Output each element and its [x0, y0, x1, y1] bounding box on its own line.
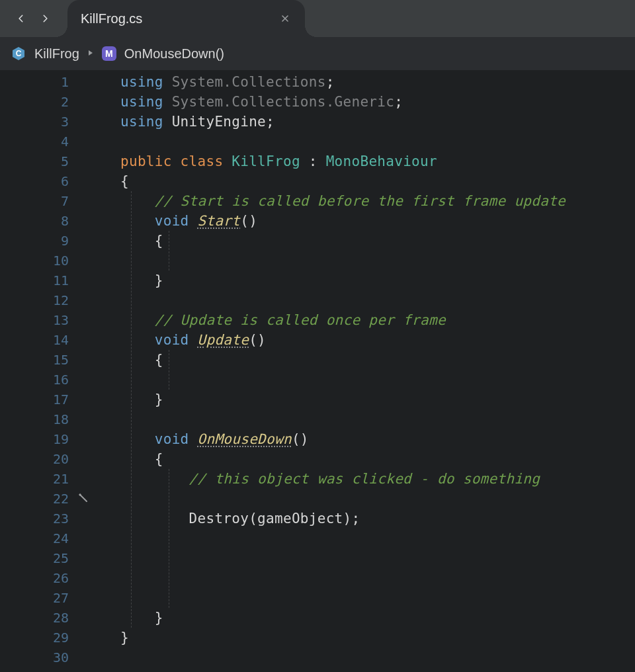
line-number: 22	[0, 489, 93, 509]
code-line[interactable]	[120, 489, 635, 509]
line-number: 12	[0, 290, 93, 310]
line-number: 5	[0, 151, 93, 171]
code-line[interactable]	[120, 568, 635, 588]
code-line[interactable]: // this object was clicked - do somethin…	[120, 469, 635, 489]
breadcrumb: C KillFrog M OnMouseDown()	[0, 37, 635, 70]
intention-bulb-icon[interactable]	[78, 489, 89, 509]
chevron-left-icon	[17, 14, 26, 23]
code-line[interactable]: {	[120, 231, 635, 251]
code-editor[interactable]: 1234567891011121314151617181920212223242…	[0, 70, 635, 672]
code-line[interactable]: void OnMouseDown()	[120, 429, 635, 449]
top-bar: KillFrog.cs	[0, 0, 635, 37]
code-line[interactable]: void Update()	[120, 330, 635, 350]
method-icon: M	[102, 46, 116, 61]
code-line[interactable]	[120, 290, 635, 310]
line-number: 29	[0, 628, 93, 648]
code-line[interactable]: // Start is called before the first fram…	[120, 191, 635, 211]
nav-forward-button[interactable]	[33, 7, 57, 30]
line-number: 21	[0, 469, 93, 489]
code-line[interactable]: }	[120, 628, 635, 648]
line-number: 20	[0, 449, 93, 469]
tab-close-button[interactable]	[281, 13, 289, 25]
line-number: 19	[0, 429, 93, 449]
chevron-right-icon	[40, 14, 50, 23]
line-number: 18	[0, 409, 93, 429]
code-line[interactable]: {	[120, 171, 635, 191]
gutter: 1234567891011121314151617181920212223242…	[0, 70, 93, 672]
code-line[interactable]	[120, 528, 635, 548]
breadcrumb-method[interactable]: OnMouseDown()	[124, 46, 224, 62]
breadcrumb-separator-icon	[87, 49, 94, 58]
code-line[interactable]: public class KillFrog : MonoBehaviour	[120, 151, 635, 171]
line-number: 23	[0, 509, 93, 528]
line-number: 2	[0, 92, 93, 112]
code-line[interactable]	[120, 370, 635, 390]
line-number: 15	[0, 350, 93, 370]
line-number: 4	[0, 132, 93, 151]
line-number: 30	[0, 648, 93, 667]
class-icon: C	[11, 46, 26, 62]
code-line[interactable]	[120, 251, 635, 271]
svg-text:C: C	[16, 49, 22, 58]
code-line[interactable]: {	[120, 449, 635, 469]
nav-back-button[interactable]	[9, 7, 33, 30]
line-number: 9	[0, 231, 93, 251]
breadcrumb-class[interactable]: KillFrog	[34, 46, 79, 62]
code-area[interactable]: using System.Collections;using System.Co…	[93, 70, 635, 672]
line-number: 25	[0, 548, 93, 568]
line-number: 6	[0, 171, 93, 191]
code-line[interactable]: }	[120, 390, 635, 409]
code-line[interactable]: Destroy(gameObject);	[120, 509, 635, 528]
line-number: 3	[0, 112, 93, 132]
line-number: 13	[0, 310, 93, 330]
line-number: 27	[0, 588, 93, 608]
code-line[interactable]: }	[120, 271, 635, 290]
line-number: 26	[0, 568, 93, 588]
code-line[interactable]: using System.Collections;	[120, 72, 635, 92]
line-number: 16	[0, 370, 93, 390]
line-number: 14	[0, 330, 93, 350]
code-line[interactable]: using System.Collections.Generic;	[120, 92, 635, 112]
code-line[interactable]	[120, 409, 635, 429]
line-number: 24	[0, 528, 93, 548]
close-icon	[281, 15, 289, 22]
line-number: 8	[0, 211, 93, 231]
line-number: 17	[0, 390, 93, 409]
line-number: 7	[0, 191, 93, 211]
line-number: 11	[0, 271, 93, 290]
code-line[interactable]: using UnityEngine;	[120, 112, 635, 132]
code-line[interactable]: }	[120, 608, 635, 628]
line-number: 28	[0, 608, 93, 628]
code-line[interactable]	[120, 648, 635, 667]
tab-title: KillFrog.cs	[81, 11, 142, 26]
line-number: 10	[0, 251, 93, 271]
code-line[interactable]	[120, 132, 635, 151]
code-line[interactable]: void Start()	[120, 211, 635, 231]
code-line[interactable]	[120, 548, 635, 568]
code-line[interactable]: // Update is called once per frame	[120, 310, 635, 330]
code-line[interactable]: {	[120, 350, 635, 370]
editor-tab[interactable]: KillFrog.cs	[67, 0, 305, 37]
code-line[interactable]	[120, 588, 635, 608]
line-number: 1	[0, 72, 93, 92]
